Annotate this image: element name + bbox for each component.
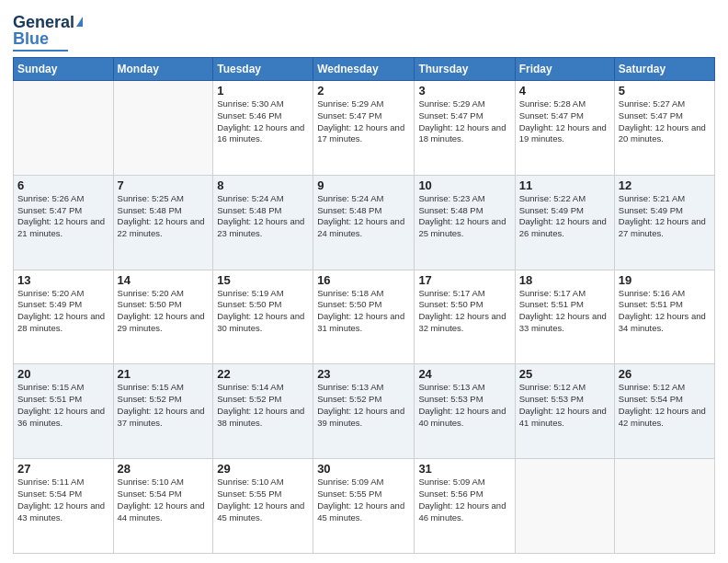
daylight-text: Daylight: 12 hours and 42 minutes.	[619, 406, 711, 430]
sunrise-text: Sunrise: 5:15 AM	[118, 382, 210, 394]
sunrise-text: Sunrise: 5:28 AM	[519, 98, 610, 110]
day-info: Sunrise: 5:20 AM Sunset: 5:49 PM Dayligh…	[17, 288, 109, 335]
sunset-text: Sunset: 5:48 PM	[418, 205, 510, 217]
day-cell: 1 Sunrise: 5:30 AM Sunset: 5:46 PM Dayli…	[213, 81, 313, 176]
sunrise-text: Sunrise: 5:21 AM	[619, 193, 711, 205]
daylight-text: Daylight: 12 hours and 33 minutes.	[519, 311, 610, 335]
daylight-text: Daylight: 12 hours and 41 minutes.	[519, 406, 610, 430]
day-info: Sunrise: 5:23 AM Sunset: 5:48 PM Dayligh…	[418, 193, 510, 240]
day-cell: 18 Sunrise: 5:17 AM Sunset: 5:51 PM Dayl…	[515, 270, 614, 364]
day-info: Sunrise: 5:22 AM Sunset: 5:49 PM Dayligh…	[519, 193, 610, 240]
day-info: Sunrise: 5:10 AM Sunset: 5:55 PM Dayligh…	[217, 477, 309, 523]
day-number: 26	[619, 367, 711, 381]
header: General Blue	[13, 9, 715, 52]
day-number: 15	[217, 273, 309, 287]
day-info: Sunrise: 5:29 AM Sunset: 5:47 PM Dayligh…	[418, 98, 510, 145]
day-info: Sunrise: 5:26 AM Sunset: 5:47 PM Dayligh…	[17, 193, 109, 240]
day-number: 5	[619, 84, 711, 98]
sunset-text: Sunset: 5:52 PM	[317, 394, 410, 406]
sunset-text: Sunset: 5:47 PM	[519, 110, 610, 122]
day-number: 10	[418, 178, 510, 192]
sunset-text: Sunset: 5:50 PM	[217, 299, 309, 311]
week-row-1: 1 Sunrise: 5:30 AM Sunset: 5:46 PM Dayli…	[14, 81, 715, 176]
week-row-3: 13 Sunrise: 5:20 AM Sunset: 5:49 PM Dayl…	[14, 270, 715, 364]
day-info: Sunrise: 5:19 AM Sunset: 5:50 PM Dayligh…	[217, 288, 309, 335]
daylight-text: Daylight: 12 hours and 38 minutes.	[217, 406, 309, 430]
day-cell	[614, 459, 714, 554]
day-info: Sunrise: 5:15 AM Sunset: 5:52 PM Dayligh…	[118, 382, 210, 429]
day-cell: 10 Sunrise: 5:23 AM Sunset: 5:48 PM Dayl…	[415, 175, 515, 270]
col-monday: Monday	[113, 58, 213, 81]
sunset-text: Sunset: 5:48 PM	[317, 205, 410, 217]
day-number: 18	[519, 273, 610, 287]
day-number: 7	[118, 178, 210, 192]
day-number: 11	[519, 178, 610, 192]
daylight-text: Daylight: 12 hours and 18 minutes.	[418, 122, 510, 146]
day-info: Sunrise: 5:16 AM Sunset: 5:51 PM Dayligh…	[619, 288, 711, 335]
sunrise-text: Sunrise: 5:29 AM	[418, 98, 510, 110]
day-cell	[113, 81, 213, 176]
sunrise-text: Sunrise: 5:12 AM	[519, 382, 610, 394]
day-number: 31	[418, 462, 510, 476]
sunrise-text: Sunrise: 5:25 AM	[118, 193, 210, 205]
daylight-text: Daylight: 12 hours and 39 minutes.	[317, 406, 410, 430]
sunrise-text: Sunrise: 5:14 AM	[217, 382, 309, 394]
sunset-text: Sunset: 5:50 PM	[317, 299, 410, 311]
week-row-2: 6 Sunrise: 5:26 AM Sunset: 5:47 PM Dayli…	[14, 175, 715, 270]
sunset-text: Sunset: 5:47 PM	[17, 205, 109, 217]
day-number: 6	[17, 178, 109, 192]
day-cell: 13 Sunrise: 5:20 AM Sunset: 5:49 PM Dayl…	[14, 270, 114, 364]
sunrise-text: Sunrise: 5:20 AM	[118, 288, 210, 300]
day-cell: 7 Sunrise: 5:25 AM Sunset: 5:48 PM Dayli…	[113, 175, 213, 270]
sunrise-text: Sunrise: 5:27 AM	[619, 98, 711, 110]
day-cell	[515, 459, 614, 554]
sunrise-text: Sunrise: 5:13 AM	[317, 382, 410, 394]
day-cell: 24 Sunrise: 5:13 AM Sunset: 5:53 PM Dayl…	[415, 364, 515, 459]
daylight-text: Daylight: 12 hours and 46 minutes.	[418, 500, 510, 524]
day-info: Sunrise: 5:27 AM Sunset: 5:47 PM Dayligh…	[619, 98, 711, 145]
day-number: 3	[418, 84, 510, 98]
sunset-text: Sunset: 5:50 PM	[118, 299, 210, 311]
day-cell: 3 Sunrise: 5:29 AM Sunset: 5:47 PM Dayli…	[415, 81, 515, 176]
day-number: 1	[217, 84, 309, 98]
sunrise-text: Sunrise: 5:24 AM	[217, 193, 309, 205]
sunrise-text: Sunrise: 5:18 AM	[317, 288, 410, 300]
daylight-text: Daylight: 12 hours and 21 minutes.	[17, 216, 109, 240]
day-info: Sunrise: 5:25 AM Sunset: 5:48 PM Dayligh…	[118, 193, 210, 240]
day-info: Sunrise: 5:17 AM Sunset: 5:51 PM Dayligh…	[519, 288, 610, 335]
daylight-text: Daylight: 12 hours and 43 minutes.	[17, 500, 109, 524]
sunset-text: Sunset: 5:52 PM	[217, 394, 309, 406]
daylight-text: Daylight: 12 hours and 37 minutes.	[118, 406, 210, 430]
day-cell: 31 Sunrise: 5:09 AM Sunset: 5:56 PM Dayl…	[415, 459, 515, 554]
day-cell: 12 Sunrise: 5:21 AM Sunset: 5:49 PM Dayl…	[614, 175, 714, 270]
sunrise-text: Sunrise: 5:30 AM	[217, 98, 309, 110]
day-info: Sunrise: 5:17 AM Sunset: 5:50 PM Dayligh…	[418, 288, 510, 335]
sunrise-text: Sunrise: 5:09 AM	[317, 477, 410, 488]
day-cell	[14, 81, 114, 176]
sunset-text: Sunset: 5:53 PM	[418, 394, 510, 406]
day-number: 12	[619, 178, 711, 192]
daylight-text: Daylight: 12 hours and 29 minutes.	[118, 311, 210, 335]
day-number: 16	[317, 273, 410, 287]
daylight-text: Daylight: 12 hours and 19 minutes.	[519, 122, 610, 146]
day-info: Sunrise: 5:12 AM Sunset: 5:53 PM Dayligh…	[519, 382, 610, 429]
sunset-text: Sunset: 5:51 PM	[519, 299, 610, 311]
week-row-4: 20 Sunrise: 5:15 AM Sunset: 5:51 PM Dayl…	[14, 364, 715, 459]
day-info: Sunrise: 5:30 AM Sunset: 5:46 PM Dayligh…	[217, 98, 309, 145]
day-cell: 8 Sunrise: 5:24 AM Sunset: 5:48 PM Dayli…	[213, 175, 313, 270]
daylight-text: Daylight: 12 hours and 44 minutes.	[118, 500, 210, 524]
sunrise-text: Sunrise: 5:17 AM	[418, 288, 510, 300]
col-wednesday: Wednesday	[313, 58, 415, 81]
day-cell: 15 Sunrise: 5:19 AM Sunset: 5:50 PM Dayl…	[213, 270, 313, 364]
day-info: Sunrise: 5:09 AM Sunset: 5:55 PM Dayligh…	[317, 477, 410, 523]
sunset-text: Sunset: 5:54 PM	[118, 488, 210, 500]
daylight-text: Daylight: 12 hours and 23 minutes.	[217, 216, 309, 240]
col-friday: Friday	[515, 58, 614, 81]
sunrise-text: Sunrise: 5:23 AM	[418, 193, 510, 205]
day-number: 30	[317, 462, 410, 476]
day-number: 21	[118, 367, 210, 381]
day-info: Sunrise: 5:14 AM Sunset: 5:52 PM Dayligh…	[217, 382, 309, 429]
day-number: 17	[418, 273, 510, 287]
day-cell: 30 Sunrise: 5:09 AM Sunset: 5:55 PM Dayl…	[313, 459, 415, 554]
day-info: Sunrise: 5:28 AM Sunset: 5:47 PM Dayligh…	[519, 98, 610, 145]
